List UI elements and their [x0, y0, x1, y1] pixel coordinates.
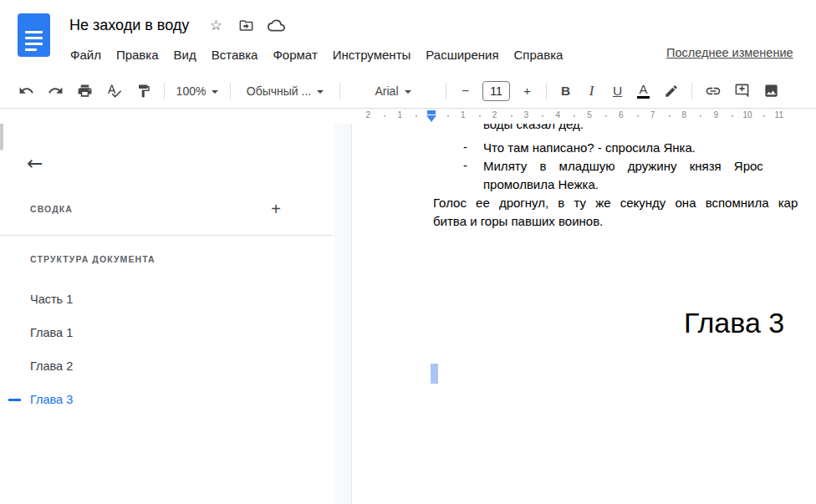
- move-folder-icon[interactable]: [234, 14, 258, 36]
- indent-marker[interactable]: [426, 110, 436, 122]
- left-indent-icon: [426, 115, 436, 122]
- paragraph-style-dropdown[interactable]: Обычный ...: [237, 79, 334, 104]
- first-line-indent-icon: [427, 110, 436, 115]
- toolbar: 100% Обычный ... Arial − 11 + B I U A: [0, 74, 816, 109]
- toolbar-separator: [164, 83, 165, 99]
- menu-tools[interactable]: Инструменты: [325, 45, 419, 64]
- outline-items: Часть 1 Глава 1 Глава 2 Глава 3: [0, 283, 334, 416]
- zoom-dropdown[interactable]: 100%: [171, 79, 224, 104]
- ruler[interactable]: 211234567891011: [351, 109, 816, 124]
- menu-format[interactable]: Формат: [265, 45, 324, 64]
- doc-text-line: Миляту в младшую дружину князя Ярос: [483, 158, 763, 175]
- document-canvas: воды сказал дед. - Что там написано? - с…: [334, 124, 816, 504]
- italic-button[interactable]: I: [579, 79, 604, 104]
- redo-icon[interactable]: [41, 79, 70, 104]
- insert-image-icon[interactable]: [757, 79, 786, 104]
- text-color-button[interactable]: A: [630, 79, 656, 104]
- content-area: ← СВОДКА + СТРУКТУРА ДОКУМЕНТА Часть 1 Г…: [0, 124, 816, 504]
- print-icon[interactable]: [70, 79, 99, 104]
- font-dropdown[interactable]: Arial: [346, 79, 440, 104]
- title-row: Не заходи в воду ☆: [69, 13, 294, 37]
- insert-link-icon[interactable]: [698, 79, 727, 104]
- font-size-increase-button[interactable]: +: [514, 79, 540, 104]
- menu-insert[interactable]: Вставка: [204, 45, 266, 64]
- outline-item-chapter2[interactable]: Глава 2: [0, 349, 334, 383]
- doc-text-line: битва и горы павших воинов.: [433, 213, 603, 230]
- undo-icon[interactable]: [12, 79, 41, 104]
- highlight-color-icon[interactable]: [656, 79, 686, 104]
- doc-text-line: Голос ее дрогнул, в ту же секунду она вс…: [433, 195, 798, 211]
- document-page[interactable]: воды сказал дед. - Что там написано? - с…: [351, 124, 816, 504]
- chevron-down-icon: [317, 90, 324, 97]
- add-summary-button[interactable]: +: [271, 201, 281, 217]
- bold-button[interactable]: B: [553, 79, 579, 104]
- menu-edit[interactable]: Правка: [109, 45, 166, 64]
- topbar: Не заходи в воду ☆ Файл Правка Вид Встав…: [0, 0, 816, 74]
- doc-text-line: промолвила Нежка.: [483, 176, 599, 193]
- chevron-down-icon: [212, 90, 218, 97]
- summary-row: СВОДКА +: [30, 201, 281, 217]
- chapter-heading: Глава 3: [684, 306, 784, 339]
- last-edit-link[interactable]: Последнее изменение: [666, 46, 793, 59]
- document-title[interactable]: Не заходи в воду: [69, 17, 189, 34]
- cloud-status-icon[interactable]: [264, 14, 288, 36]
- panel-divider: [0, 235, 333, 236]
- add-comment-icon[interactable]: [727, 79, 757, 104]
- font-size-input[interactable]: 11: [482, 81, 510, 101]
- outline-item-chapter3[interactable]: Глава 3: [0, 383, 334, 416]
- toolbar-separator: [339, 83, 340, 99]
- menu-view[interactable]: Вид: [166, 45, 204, 64]
- menubar: Файл Правка Вид Вставка Формат Инструмен…: [63, 42, 570, 67]
- toolbar-separator: [230, 83, 231, 99]
- menu-file[interactable]: Файл: [63, 45, 109, 64]
- font-size-decrease-button[interactable]: −: [452, 79, 478, 104]
- spellcheck-icon[interactable]: [99, 79, 129, 104]
- outline-item-chapter1[interactable]: Глава 1: [0, 316, 334, 349]
- list-dash: -: [463, 140, 467, 154]
- ruler-row: 211234567891011: [0, 109, 816, 124]
- outline-title: СТРУКТУРА ДОКУМЕНТА: [30, 254, 156, 264]
- active-indicator: [8, 399, 21, 401]
- star-icon[interactable]: ☆: [204, 14, 227, 36]
- outline-item-part1[interactable]: Часть 1: [0, 283, 334, 316]
- menu-extensions[interactable]: Расширения: [418, 45, 506, 64]
- text-cursor-selection: [431, 364, 438, 384]
- list-dash: -: [463, 158, 467, 172]
- close-outline-button[interactable]: ←: [27, 154, 43, 173]
- google-docs-app: Не заходи в воду ☆ Файл Правка Вид Встав…: [0, 0, 816, 504]
- doc-text-line: воды сказал дед.: [483, 124, 584, 133]
- summary-label: СВОДКА: [30, 204, 73, 214]
- toolbar-separator: [546, 83, 547, 99]
- underline-button[interactable]: U: [604, 79, 630, 104]
- outline-panel: ← СВОДКА + СТРУКТУРА ДОКУМЕНТА Часть 1 Г…: [0, 124, 334, 504]
- sidebar-scrollbar[interactable]: [0, 124, 3, 150]
- docs-logo-icon[interactable]: [18, 13, 50, 57]
- toolbar-separator: [446, 83, 446, 99]
- text-color-bar: [637, 96, 650, 99]
- paint-format-icon[interactable]: [129, 79, 158, 104]
- chevron-down-icon: [405, 90, 411, 97]
- menu-help[interactable]: Справка: [507, 45, 571, 64]
- doc-text-line: Что там написано? - спросила Янка.: [483, 140, 696, 156]
- toolbar-separator: [691, 83, 692, 99]
